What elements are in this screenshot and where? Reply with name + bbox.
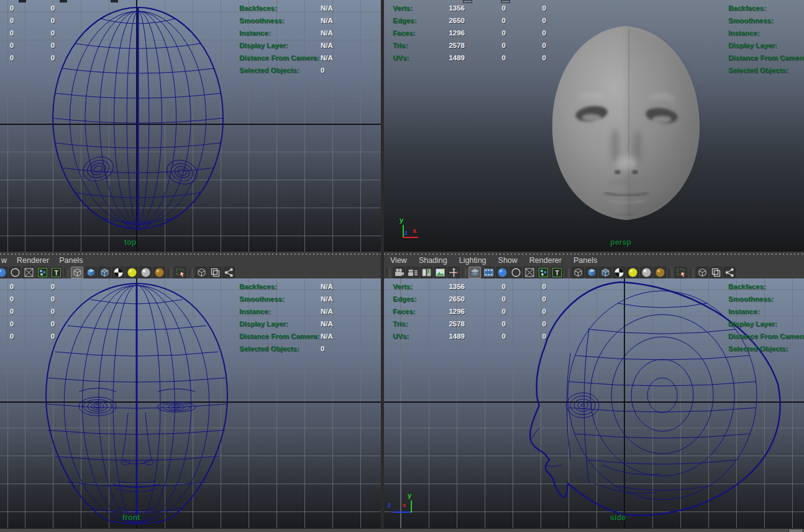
hud-value: N/A — [321, 305, 333, 318]
polycount-zero-column: 00000 — [47, 2, 58, 64]
sphere-gray-icon[interactable] — [640, 267, 652, 278]
viewport-divider[interactable] — [381, 0, 384, 528]
sphere-checker-icon[interactable] — [613, 267, 625, 278]
hud-value: 2578 — [420, 318, 465, 330]
hud-zero: 0 — [482, 14, 506, 27]
hud-label: Selected Objects: — [728, 64, 804, 76]
cube-glass-icon[interactable] — [98, 267, 111, 278]
share-icon[interactable] — [222, 267, 235, 278]
cube-blue-icon[interactable] — [585, 267, 598, 278]
sphere-gray-icon[interactable] — [139, 267, 152, 278]
sphere-gold-icon[interactable] — [153, 267, 165, 278]
viewport-top[interactable]: 00000 00000 Backfaces:Smoothness:Instanc… — [0, 0, 381, 252]
cube-wire-icon[interactable] — [696, 267, 708, 278]
hud-zero: 0 — [482, 2, 506, 14]
cube-wire-icon[interactable] — [572, 267, 584, 278]
menu-item[interactable]: View — [390, 255, 407, 265]
box-t-icon[interactable]: T — [550, 267, 563, 278]
marquee-icon[interactable] — [174, 267, 186, 278]
axis-gizmo-side: y z x — [388, 493, 418, 520]
toolbar-separator — [65, 268, 68, 277]
hud-label: Tris: — [393, 39, 416, 52]
hud-label: Edges: — [393, 293, 416, 305]
sphere-checker-icon[interactable] — [112, 267, 124, 278]
viewport-persp[interactable]: Verts:Edges:Faces:Tris:UVs: 135626501296… — [384, 0, 804, 252]
axis-x-label: x — [413, 227, 416, 234]
circle-icon[interactable] — [509, 267, 522, 278]
menu-item[interactable]: Panels — [59, 255, 83, 265]
hud-zero: 0 — [523, 39, 546, 52]
svg-text:T: T — [555, 269, 559, 277]
layers-icon[interactable] — [468, 267, 481, 278]
viewport-label-top: top — [124, 238, 136, 247]
object-details-labels: Backfaces:Smoothness:Instance:Display La… — [728, 2, 804, 76]
sphere-gold-icon[interactable] — [654, 267, 666, 278]
hud-label: Backfaces: — [239, 280, 319, 293]
axis-x-label: x — [403, 502, 406, 508]
camera-list-icon[interactable] — [406, 267, 419, 278]
hud-zero: 0 — [47, 305, 58, 318]
hud-zero: 0 — [523, 293, 546, 305]
camera-icon[interactable] — [393, 267, 405, 278]
box-x-icon[interactable] — [22, 267, 35, 278]
menu-item[interactable]: Shading — [419, 255, 447, 265]
viewport-label-side: side — [610, 513, 626, 522]
panel-menubar-right: ViewShadingLightingShowRendererPanels — [390, 255, 597, 265]
sphere-blue-icon[interactable] — [0, 267, 7, 278]
panelbar-right: ViewShadingLightingShowRendererPanels T — [384, 252, 804, 278]
box-dots-icon[interactable] — [537, 267, 549, 278]
hud-zero: 0 — [47, 14, 58, 27]
cube-wire-icon[interactable] — [195, 267, 208, 278]
toolbar-separator — [565, 268, 569, 277]
share-icon[interactable] — [723, 267, 736, 278]
hud-value: 2578 — [420, 39, 465, 52]
polycount-values: 13562650129625781489 — [420, 280, 465, 342]
box-dots-icon[interactable] — [36, 267, 48, 278]
hud-value: N/A — [321, 280, 333, 293]
hud-label: Smoothness: — [239, 293, 319, 305]
axis-x-line — [403, 237, 418, 238]
hud-label: Backfaces: — [728, 280, 804, 293]
move-icon[interactable] — [447, 267, 460, 278]
menu-item[interactable]: Lighting — [459, 255, 487, 265]
squares-icon[interactable] — [710, 267, 722, 278]
image-icon[interactable] — [434, 267, 446, 278]
sphere-yellow-icon[interactable] — [126, 267, 138, 278]
box-x-icon[interactable] — [523, 267, 536, 278]
menu-item[interactable]: Show — [498, 255, 518, 265]
squares-icon[interactable] — [209, 267, 221, 278]
hud-label: Instance: — [728, 27, 804, 39]
cube-blue-icon[interactable] — [85, 267, 97, 278]
hud-value: 1489 — [420, 330, 465, 342]
menu-item[interactable]: Renderer — [17, 255, 49, 265]
viewport-label-front: front — [122, 513, 140, 522]
circle-icon[interactable] — [9, 267, 21, 278]
hud-label: Smoothness: — [239, 14, 319, 27]
hud-value: N/A — [321, 330, 333, 342]
cube-glass-icon[interactable] — [599, 267, 611, 278]
menu-item[interactable]: Renderer — [529, 255, 562, 265]
polycount-zero-column: 00000 — [523, 280, 546, 342]
box-t-icon[interactable]: T — [50, 267, 62, 278]
hud-value: 0 — [321, 64, 333, 76]
sphere-blue-icon[interactable] — [496, 267, 508, 278]
hud-value: 2650 — [420, 14, 465, 27]
film-icon[interactable] — [482, 267, 495, 278]
marquee-icon[interactable] — [675, 267, 687, 278]
viewport-side[interactable]: Verts:Edges:Faces:Tris:UVs: 135626501296… — [384, 278, 804, 528]
hud-label: Display Layer: — [728, 39, 804, 52]
menu-item[interactable]: w — [1, 255, 7, 265]
polycount-zero-column: 00000 — [6, 280, 17, 342]
viewport-label-persp: persp — [610, 238, 631, 247]
book-icon[interactable] — [420, 267, 432, 278]
scrollbar-corner[interactable] — [788, 530, 802, 532]
hud-zero: 0 — [47, 330, 58, 342]
cube-wire-icon[interactable] — [71, 267, 83, 278]
viewport-front[interactable]: 00000 00000 Backfaces:Smoothness:Instanc… — [0, 278, 381, 528]
hud-label: Display Layer: — [239, 39, 319, 52]
sphere-yellow-icon[interactable] — [626, 267, 639, 278]
axis-y-line — [411, 500, 412, 513]
hud-zero: 0 — [523, 305, 546, 318]
menu-item[interactable]: Panels — [573, 255, 597, 265]
hud-label: Distance From Camera: — [728, 52, 804, 64]
